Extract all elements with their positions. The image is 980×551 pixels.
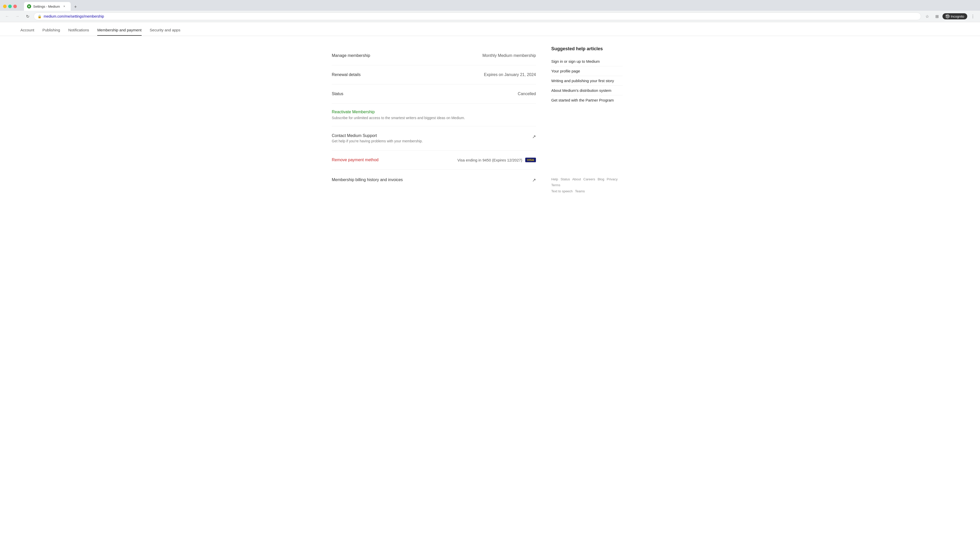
minimize-button[interactable] (3, 5, 6, 8)
incognito-label: Incognito (951, 14, 964, 18)
footer-terms[interactable]: Terms (551, 183, 560, 187)
window-controls (3, 5, 17, 8)
billing-row[interactable]: Membership billing history and invoices … (332, 170, 536, 190)
renewal-label: Renewal details (332, 73, 361, 77)
remove-payment-link[interactable]: Remove payment method (332, 158, 379, 162)
help-link-partner[interactable]: Get started with the Partner Program (551, 95, 623, 105)
suggested-title: Suggested help articles (551, 46, 623, 52)
footer-tts[interactable]: Text to speech (551, 189, 573, 193)
manage-membership-label: Manage membership (332, 53, 370, 58)
support-title: Contact Medium Support (332, 133, 423, 138)
page-content: Manage membership Monthly Medium members… (311, 36, 669, 204)
reload-button[interactable]: ↻ (24, 12, 32, 21)
help-link-signin[interactable]: Sign in or sign up to Medium (551, 57, 623, 66)
tab-favicon: M (27, 4, 31, 8)
contact-support-row[interactable]: Contact Medium Support Get help if you'r… (332, 126, 536, 151)
extensions-button[interactable]: ⊞ (933, 12, 941, 21)
footer-links-row2: Text to speech Teams (551, 188, 623, 194)
new-tab-button[interactable]: + (72, 3, 80, 11)
settings-main: Manage membership Monthly Medium members… (332, 46, 536, 194)
status-label: Status (332, 92, 343, 96)
settings-nav: Account Publishing Notifications Members… (0, 25, 980, 36)
browser-toolbar: ← → ↻ 🔒 medium.com/me/settings/membershi… (0, 11, 980, 22)
bookmark-button[interactable]: ☆ (923, 12, 931, 21)
nav-publishing[interactable]: Publishing (42, 25, 60, 36)
help-link-profile[interactable]: Your profile page (551, 66, 623, 76)
support-description: Get help if you're having problems with … (332, 139, 423, 143)
footer-teams[interactable]: Teams (575, 189, 585, 193)
settings-sidebar: Suggested help articles Sign in or sign … (551, 46, 623, 194)
help-link-distribution[interactable]: About Medium's distribution system (551, 86, 623, 95)
manage-membership-value: Monthly Medium membership (482, 53, 536, 58)
help-link-writing[interactable]: Writing and publishing your first story (551, 76, 623, 86)
tab-close-button[interactable]: × (62, 4, 67, 9)
active-tab[interactable]: M Settings - Medium × (24, 2, 71, 11)
support-content: Contact Medium Support Get help if you'r… (332, 133, 423, 143)
lock-icon: 🔒 (38, 14, 41, 18)
status-value: Cancelled (518, 92, 536, 96)
tab-title: Settings - Medium (33, 5, 60, 8)
address-text: medium.com/me/settings/membership (44, 14, 917, 18)
toolbar-right: ☆ ⊞ Incognito ⋮ (923, 12, 977, 21)
footer-privacy[interactable]: Privacy (607, 177, 617, 181)
incognito-badge: Incognito (942, 13, 967, 19)
browser-chrome: M Settings - Medium × + ← → ↻ 🔒 medium.c… (0, 0, 980, 22)
incognito-icon (945, 14, 950, 18)
address-bar[interactable]: 🔒 medium.com/me/settings/membership (34, 13, 921, 20)
footer-careers[interactable]: Careers (584, 177, 595, 181)
reactivate-section: Reactivate Membership Subscribe for unli… (332, 103, 536, 126)
close-button[interactable] (13, 5, 17, 8)
payment-section: Remove payment method Visa ending in 945… (332, 151, 536, 170)
tab-bar: M Settings - Medium × + (24, 2, 80, 11)
nav-security[interactable]: Security and apps (150, 25, 180, 36)
billing-title: Membership billing history and invoices (332, 178, 403, 182)
status-row: Status Cancelled (332, 84, 536, 103)
more-button[interactable]: ⋮ (969, 12, 977, 21)
visa-badge: VISA (525, 158, 536, 162)
payment-text: Visa ending in 9450 (Expires 12/2027) (457, 158, 522, 162)
back-button[interactable]: ← (3, 12, 11, 21)
nav-membership[interactable]: Membership and payment (97, 25, 142, 36)
forward-button[interactable]: → (13, 12, 21, 21)
footer-status[interactable]: Status (560, 177, 570, 181)
billing-external-icon: ↗ (532, 177, 536, 183)
payment-row: Remove payment method Visa ending in 945… (332, 158, 536, 162)
manage-membership-row: Manage membership Monthly Medium members… (332, 46, 536, 65)
maximize-button[interactable] (8, 5, 12, 8)
browser-titlebar: M Settings - Medium × + (0, 0, 980, 11)
reactivate-link[interactable]: Reactivate Membership (332, 110, 375, 114)
external-link-icon: ↗ (532, 134, 536, 140)
footer-links-row1: Help Status About Careers Blog Privacy T… (551, 176, 623, 188)
footer-blog[interactable]: Blog (598, 177, 605, 181)
footer-about[interactable]: About (572, 177, 581, 181)
reactivate-description: Subscribe for unlimited access to the sm… (332, 116, 536, 120)
renewal-value: Expires on January 21, 2024 (484, 73, 536, 77)
nav-notifications[interactable]: Notifications (68, 25, 89, 36)
nav-account[interactable]: Account (21, 25, 34, 36)
footer-help[interactable]: Help (551, 177, 558, 181)
footer-links: Help Status About Careers Blog Privacy T… (551, 176, 623, 194)
payment-info: Visa ending in 9450 (Expires 12/2027) VI… (457, 158, 536, 162)
renewal-row: Renewal details Expires on January 21, 2… (332, 65, 536, 84)
